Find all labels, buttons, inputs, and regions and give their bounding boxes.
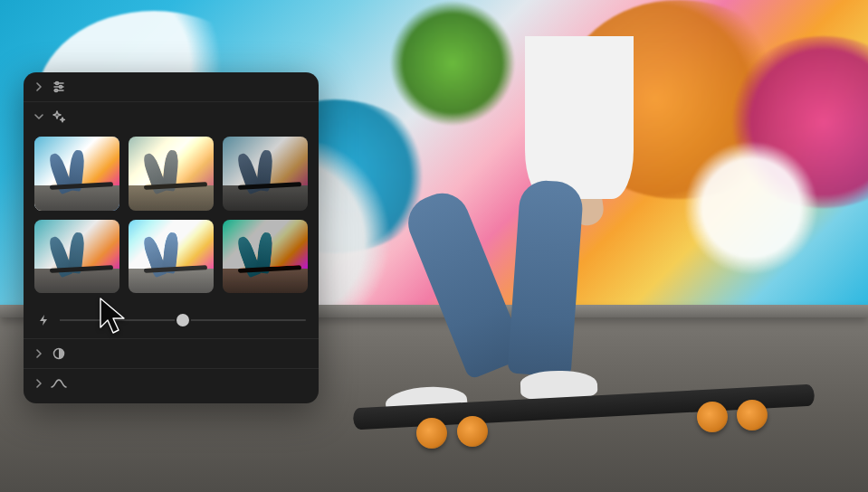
preset-intensity-row — [24, 304, 319, 338]
chevron-right-icon — [34, 82, 43, 91]
subject-person — [389, 36, 670, 425]
subject-skateboard — [353, 396, 815, 452]
preset-thumbnail[interactable] — [223, 137, 308, 211]
section-contrast-header[interactable]: contrast — [24, 339, 319, 368]
section-curves: curves — [24, 369, 319, 398]
section-presets: presets — [24, 102, 319, 339]
section-curves-header[interactable]: curves — [24, 369, 319, 398]
preset-thumbnail[interactable] — [129, 220, 214, 294]
preset-thumbnail[interactable] — [223, 220, 308, 294]
section-contrast: contrast — [24, 339, 319, 369]
chevron-right-icon — [34, 379, 43, 388]
preset-intensity-slider[interactable] — [60, 319, 306, 321]
bolt-icon — [36, 313, 51, 327]
contrast-icon — [51, 345, 67, 362]
chevron-down-icon — [34, 112, 43, 121]
sliders-icon — [51, 79, 67, 95]
section-presets-header[interactable]: presets — [24, 102, 319, 131]
section-adjustments-header[interactable]: adjustments — [24, 72, 319, 101]
preset-thumbnail[interactable] — [34, 220, 119, 294]
curve-icon — [51, 375, 67, 392]
chevron-right-icon — [34, 349, 43, 358]
preset-thumbnail[interactable] — [34, 137, 119, 211]
sparkles-icon — [51, 109, 67, 125]
edit-panel: adjustments presets — [24, 72, 319, 403]
slider-thumb[interactable] — [175, 312, 191, 328]
section-adjustments: adjustments — [24, 72, 319, 102]
preset-grid — [34, 137, 308, 293]
preset-thumbnail[interactable] — [129, 137, 214, 211]
